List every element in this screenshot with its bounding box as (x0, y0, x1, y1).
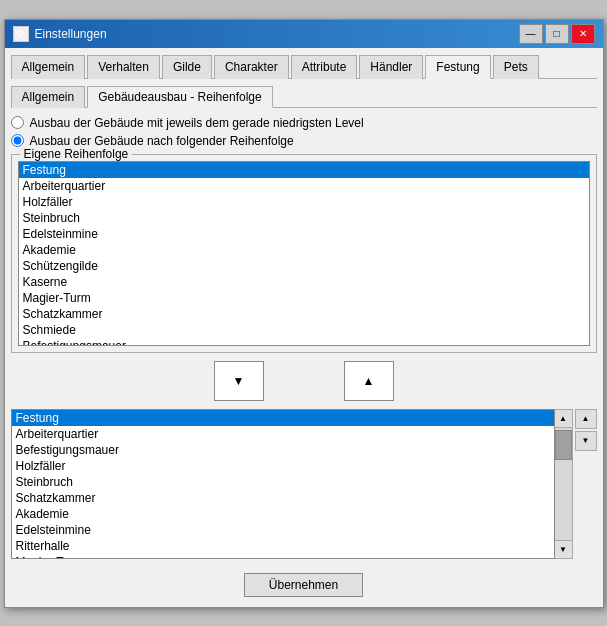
top-list-item[interactable]: Steinbruch (19, 210, 589, 226)
tab-allgemein[interactable]: Allgemein (11, 55, 86, 79)
main-tab-bar: Allgemein Verhalten Gilde Charakter Attr… (11, 54, 597, 79)
radio-option-order[interactable]: Ausbau der Gebäude nach folgender Reihen… (11, 134, 597, 148)
bottom-list-item[interactable]: Magier-Turm (12, 554, 554, 559)
top-list-item[interactable]: Edelsteinmine (19, 226, 589, 242)
top-list-item[interactable]: Schmiede (19, 322, 589, 338)
window-icon: ⚙ (13, 26, 29, 42)
scroll-thumb[interactable] (555, 430, 572, 460)
bottom-section: FestungArbeiterquartierBefestigungsmauer… (11, 409, 597, 559)
sub-tab-bar: Allgemein Gebäudeausbau - Reihenfolge (11, 85, 597, 108)
move-down-button[interactable]: ▼ (214, 361, 264, 401)
window-title: Einstellungen (35, 27, 107, 41)
bottom-list-item[interactable]: Festung (12, 410, 554, 426)
bottom-list-inner[interactable]: FestungArbeiterquartierBefestigungsmauer… (11, 409, 555, 559)
top-list[interactable]: FestungArbeiterquartierHolzfällerSteinbr… (18, 161, 590, 346)
title-bar: ⚙ Einstellungen — □ ✕ (5, 20, 603, 48)
right-up-button[interactable]: ▲ (575, 409, 597, 429)
bottom-list-container: FestungArbeiterquartierBefestigungsmauer… (11, 409, 573, 559)
top-list-item[interactable]: Festung (19, 162, 589, 178)
close-button[interactable]: ✕ (571, 24, 595, 44)
bottom-list-item[interactable]: Holzfäller (12, 458, 554, 474)
main-window: ⚙ Einstellungen — □ ✕ Allgemein Verhalte… (4, 19, 604, 608)
sub-tab-gebaeude[interactable]: Gebäudeausbau - Reihenfolge (87, 86, 272, 108)
sub-tab-allgemein[interactable]: Allgemein (11, 86, 86, 108)
top-list-item[interactable]: Befestigungsmauer (19, 338, 589, 346)
bottom-list-item[interactable]: Befestigungsmauer (12, 442, 554, 458)
bottom-scrollbar: ▲ ▼ (555, 409, 573, 559)
group-box-label: Eigene Reihenfolge (20, 147, 133, 161)
tab-gilde[interactable]: Gilde (162, 55, 212, 79)
right-down-button[interactable]: ▼ (575, 431, 597, 451)
radio-group: Ausbau der Gebäude mit jeweils dem gerad… (11, 116, 597, 148)
move-up-button[interactable]: ▲ (344, 361, 394, 401)
top-list-item[interactable]: Arbeiterquartier (19, 178, 589, 194)
right-side-controls: ▲ ▼ (575, 409, 597, 559)
bottom-list-item[interactable]: Steinbruch (12, 474, 554, 490)
arrow-button-group: ▼ ▲ (11, 361, 597, 401)
tab-attribute[interactable]: Attribute (291, 55, 358, 79)
bottom-list-item[interactable]: Ritterhalle (12, 538, 554, 554)
bottom-bar: Übernehmen (11, 567, 597, 601)
window-content: Allgemein Verhalten Gilde Charakter Attr… (5, 48, 603, 607)
top-list-item[interactable]: Magier-Turm (19, 290, 589, 306)
maximize-button[interactable]: □ (545, 24, 569, 44)
scroll-track (555, 428, 572, 540)
radio-lowest[interactable] (11, 116, 24, 129)
bottom-list-item[interactable]: Arbeiterquartier (12, 426, 554, 442)
scroll-down-button[interactable]: ▼ (555, 540, 572, 558)
top-list-item[interactable]: Schützengilde (19, 258, 589, 274)
bottom-list-item[interactable]: Edelsteinmine (12, 522, 554, 538)
bottom-list-item[interactable]: Akademie (12, 506, 554, 522)
minimize-button[interactable]: — (519, 24, 543, 44)
group-box-reihenfolge: Eigene Reihenfolge FestungArbeiterquarti… (11, 154, 597, 353)
scroll-up-button[interactable]: ▲ (555, 410, 572, 428)
radio-lowest-label: Ausbau der Gebäude mit jeweils dem gerad… (30, 116, 364, 130)
radio-option-lowest[interactable]: Ausbau der Gebäude mit jeweils dem gerad… (11, 116, 597, 130)
top-list-item[interactable]: Holzfäller (19, 194, 589, 210)
top-list-item[interactable]: Kaserne (19, 274, 589, 290)
tab-haendler[interactable]: Händler (359, 55, 423, 79)
tab-charakter[interactable]: Charakter (214, 55, 289, 79)
radio-order-label: Ausbau der Gebäude nach folgender Reihen… (30, 134, 294, 148)
tab-pets[interactable]: Pets (493, 55, 539, 79)
tab-verhalten[interactable]: Verhalten (87, 55, 160, 79)
radio-order[interactable] (11, 134, 24, 147)
top-list-item[interactable]: Akademie (19, 242, 589, 258)
bottom-list-item[interactable]: Schatzkammer (12, 490, 554, 506)
tab-festung[interactable]: Festung (425, 55, 490, 79)
apply-button[interactable]: Übernehmen (244, 573, 363, 597)
top-list-item[interactable]: Schatzkammer (19, 306, 589, 322)
